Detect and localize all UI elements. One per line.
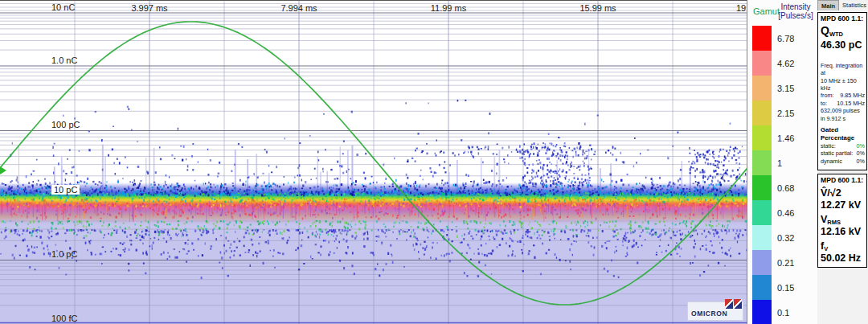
x-axis-label: 3.997 ms xyxy=(131,3,167,13)
colorbar-value: 0.1 xyxy=(777,300,794,324)
mpd-app-window: OMICRON 3.997 ms7.994 ms11.99 ms15.99 ms… xyxy=(0,0,868,324)
gated-static-value: 0% xyxy=(857,142,865,150)
gated-static-partial-value: 0% xyxy=(857,150,865,157)
colorbar-value: 0.68 xyxy=(777,175,794,200)
colorbar-band xyxy=(752,125,772,150)
frequency-value: 50.02 Hz xyxy=(821,252,865,264)
colorbar-band xyxy=(752,200,772,225)
gamut-colorbar xyxy=(752,26,772,324)
omicron-logo: OMICRON xyxy=(687,301,743,321)
colorbar-band xyxy=(752,100,772,125)
tab-bar: Main Statistics xyxy=(817,0,868,11)
colorbar-value: 0.21 xyxy=(777,250,794,275)
intensity-scale-label: Intensity [Pulses/s] xyxy=(774,2,817,20)
colorbar-band xyxy=(752,51,772,76)
colorbar-value: 4.62 xyxy=(777,51,794,76)
panel1-title: MPD 600 1.1: xyxy=(821,14,865,23)
gated-percentage-rows: static:0% static partial:0% dynamic0% xyxy=(821,142,865,165)
colorbar-value: 1.46 xyxy=(777,125,794,150)
colorbar-value: 3.15 xyxy=(777,76,794,100)
gamut-panel: Gamut Intensity [Pulses/s] 6.784.623.152… xyxy=(747,0,817,324)
colorbar-band xyxy=(752,300,772,324)
voltage-panel: MPD 600 1.1: V̂/√2 12.27 kV VRMS 12.16 k… xyxy=(817,174,867,268)
y-axis-label: 1.0 pC xyxy=(51,249,77,259)
q-wtd-value: 46.30 pC xyxy=(821,39,865,51)
tab-statistics[interactable]: Statistics xyxy=(839,0,868,10)
colorbar-value: 0.46 xyxy=(777,200,794,225)
v-rms-symbol: VRMS xyxy=(821,213,865,226)
gamut-colorbar-labels: 6.784.623.152.151.4610.680.460.320.210.1… xyxy=(777,26,794,324)
colorbar-band xyxy=(752,150,772,175)
x-axis-label: 19.9 xyxy=(736,3,747,13)
y-axis-label: 100 fC xyxy=(51,314,77,323)
colorbar-band xyxy=(752,175,772,200)
v-peak-value: 12.27 kV xyxy=(821,199,865,211)
y-axis-label: 10 nC xyxy=(51,2,75,12)
y-axis-label: 10 pC xyxy=(51,185,80,195)
x-axis-label: 11.99 ms xyxy=(431,3,466,13)
gated-percentage-title: Gated Percentage xyxy=(821,126,865,142)
colorbar-band xyxy=(752,275,772,300)
y-axis-label: 1.0 nC xyxy=(51,55,77,65)
colorbar-value: 0.32 xyxy=(777,225,794,250)
colorbar-value: 2.15 xyxy=(777,100,794,125)
colorbar-band xyxy=(752,250,772,275)
freq-integration-info: Freq. integration at 10 MHz ± 150 kHz fr… xyxy=(821,62,865,122)
y-axis-label: 100 pC xyxy=(51,120,80,129)
omicron-logo-text: OMICRON xyxy=(691,310,727,318)
x-axis-label: 15.99 ms xyxy=(579,3,616,13)
colorbar-value: 0.15 xyxy=(777,275,794,300)
colorbar-band xyxy=(752,225,772,250)
iec-status-title: IEC 60270 status xyxy=(821,169,865,170)
panel2-title: MPD 600 1.1: xyxy=(821,176,865,184)
side-panel: Main Statistics MPD 600 1.1: QWTD 46.30 … xyxy=(817,0,868,324)
colorbar-band xyxy=(752,26,772,51)
v-rms-value: 12.16 kV xyxy=(821,226,865,237)
v-peak-symbol: V̂/√2 xyxy=(821,187,865,199)
tab-main[interactable]: Main xyxy=(817,0,839,10)
q-wtd-symbol: QWTD xyxy=(821,26,865,38)
pulse-count: 632,009 pulses xyxy=(821,107,865,114)
prpd-plot-area[interactable]: OMICRON 3.997 ms7.994 ms11.99 ms15.99 ms… xyxy=(0,0,747,324)
intensity-title: Intensity xyxy=(774,2,817,11)
omicron-logo-icon xyxy=(725,299,742,309)
colorbar-value: 6.78 xyxy=(777,26,794,51)
x-axis-label: 7.994 ms xyxy=(280,3,317,13)
colorbar-value: 1 xyxy=(777,150,794,175)
colorbar-band xyxy=(752,76,772,100)
frequency-symbol: fV xyxy=(821,240,865,252)
pd-measurement-panel: MPD 600 1.1: QWTD 46.30 pC Freq. integra… xyxy=(817,12,867,170)
pulse-duration: in 9.912 s xyxy=(821,115,865,122)
gated-dynamic-value: 0% xyxy=(857,158,865,165)
prpd-chart-svg xyxy=(0,1,747,324)
intensity-unit: [Pulses/s] xyxy=(774,11,817,20)
